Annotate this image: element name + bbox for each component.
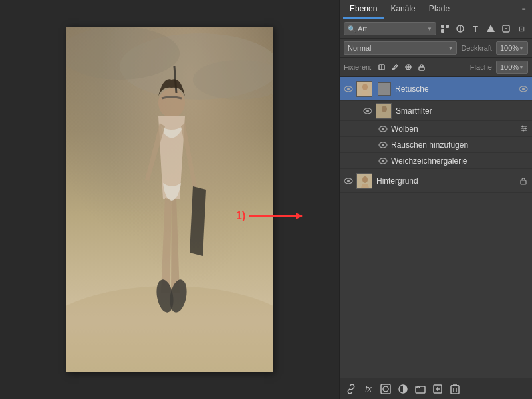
svg-point-27 (522, 88, 525, 90)
svg-point-45 (347, 180, 350, 182)
fix-paint-icon[interactable] (390, 62, 400, 72)
layer-item-hintergrund[interactable]: Hintergrund (340, 169, 532, 193)
visibility-hintergrund[interactable] (343, 176, 354, 186)
layer-name-woelben: Wölben (391, 124, 519, 134)
new-layer-icon[interactable] (432, 383, 444, 395)
panel-menu-button[interactable]: ≡ (519, 5, 529, 14)
adjustment-filter-icon[interactable] (454, 22, 467, 35)
svg-point-39 (523, 129, 525, 131)
panels-area: Ebenen Kanäle Pfade ≡ 🔍 Art ▼ T (339, 0, 532, 399)
layer-name-weichzeichner: Weichzeichnergalerie (391, 156, 529, 166)
main-image (66, 27, 273, 372)
svg-point-37 (522, 125, 524, 127)
layers-panel: Ebenen Kanäle Pfade ≡ 🔍 Art ▼ T (340, 0, 532, 399)
opacity-control: Deckkraft: 100% ▼ (461, 41, 528, 55)
canvas-area: 1) (0, 0, 339, 399)
thumb-smartfilter (376, 103, 392, 119)
svg-point-47 (362, 176, 368, 183)
tab-ebenen[interactable]: Ebenen (343, 0, 384, 19)
visibility-rauschen[interactable] (378, 140, 388, 150)
svg-point-33 (382, 128, 384, 130)
svg-point-43 (382, 160, 384, 162)
tab-kanaele[interactable]: Kanäle (384, 0, 422, 19)
opacity-dropdown-arrow: ▼ (519, 45, 524, 51)
svg-marker-13 (487, 25, 495, 32)
svg-rect-49 (381, 384, 390, 394)
layer-item-rauschen[interactable]: Rauschen hinzufügen (340, 137, 532, 153)
fx-icon[interactable]: fx (362, 383, 374, 395)
opacity-label: Deckkraft: (461, 44, 494, 52)
visibility-weichzeichner[interactable] (378, 156, 388, 166)
hintergrund-lock-icon (518, 176, 529, 186)
layer-item-retusche[interactable]: Retusche (340, 77, 532, 101)
fix-label: Fixieren: (344, 63, 372, 71)
layer-name-hintergrund: Hintergrund (376, 176, 518, 186)
woelben-adjust-icon[interactable] (519, 124, 529, 134)
opacity-value-input[interactable]: 100% ▼ (496, 41, 528, 55)
visibility-woelben[interactable] (378, 124, 388, 134)
layer-name-smartfilter: Smartfilter (396, 106, 529, 116)
fill-control: Fläche: 100% ▼ (470, 61, 528, 74)
fill-label: Fläche: (470, 63, 494, 71)
blend-opacity-row: Normal ▼ Deckkraft: 100% ▼ (340, 39, 532, 58)
blend-mode-select[interactable]: Normal ▼ (344, 41, 457, 55)
tab-pfade[interactable]: Pfade (422, 0, 456, 19)
layer-name-rauschen: Rauschen hinzufügen (391, 140, 529, 150)
svg-point-31 (382, 106, 387, 112)
svg-rect-10 (441, 29, 444, 33)
thumb-retusche (356, 81, 372, 97)
fix-lock-icon[interactable] (416, 62, 427, 72)
layer-view-icon-retusche[interactable] (518, 84, 529, 94)
add-mask-icon[interactable] (380, 383, 392, 395)
svg-rect-9 (446, 25, 449, 28)
blend-mode-value: Normal (348, 44, 371, 52)
shape-filter-icon[interactable] (484, 22, 497, 35)
layer-filter-toolbar: 🔍 Art ▼ T ⊡ (340, 19, 532, 39)
svg-rect-48 (521, 180, 526, 184)
link-layers-icon[interactable] (345, 383, 357, 395)
text-filter-icon[interactable]: T (469, 22, 482, 35)
visibility-smartfilter[interactable] (362, 106, 373, 116)
figure-svg (66, 27, 273, 372)
layer-name-retusche: Retusche (395, 84, 518, 94)
fill-value-text: 100% (500, 63, 519, 71)
fill-value-input[interactable]: 100% ▼ (496, 61, 528, 74)
svg-point-23 (347, 88, 350, 90)
panel-tabs: Ebenen Kanäle Pfade ≡ (340, 0, 532, 19)
svg-rect-8 (441, 25, 444, 28)
search-dropdown-arrow[interactable]: ▼ (427, 26, 432, 32)
thumb-hintergrund (356, 173, 372, 189)
opacity-value-text: 100% (500, 44, 519, 52)
search-text: Art (358, 25, 367, 33)
layer-item-weichzeichner[interactable]: Weichzeichnergalerie (340, 153, 532, 169)
layer-item-smartfilter[interactable]: Smartfilter (340, 101, 532, 121)
svg-point-25 (362, 84, 368, 90)
layer-search-box[interactable]: 🔍 Art ▼ (344, 22, 436, 35)
svg-rect-56 (451, 386, 459, 394)
panel-bottom-toolbar: fx (340, 378, 532, 399)
fill-dropdown-arrow: ▼ (519, 65, 524, 70)
svg-point-38 (525, 127, 527, 129)
mask-thumb-retusche (378, 82, 391, 96)
search-icon: 🔍 (348, 25, 356, 33)
fix-move-icon[interactable] (403, 62, 414, 72)
adjustment-layer-icon[interactable] (397, 383, 409, 395)
pixel-filter-icon[interactable] (438, 22, 452, 35)
fix-position-icon[interactable] (376, 62, 387, 72)
new-group-icon[interactable] (414, 383, 426, 395)
fix-fill-row: Fixieren: Fläche: 100% ▼ (340, 58, 532, 77)
delete-layer-icon[interactable] (449, 383, 461, 395)
extra-filter-icon[interactable]: ⊡ (515, 22, 528, 35)
svg-point-50 (383, 386, 388, 392)
svg-point-29 (366, 110, 369, 112)
svg-point-4 (158, 88, 185, 118)
visibility-retusche[interactable] (343, 84, 354, 94)
layers-list: Retusche Smartfilter (340, 77, 532, 378)
smart-filter-icon-btn[interactable] (499, 22, 513, 35)
svg-point-41 (382, 144, 384, 146)
svg-rect-21 (419, 67, 424, 70)
layer-item-woelben[interactable]: Wölben (340, 121, 532, 137)
blend-dropdown-arrow: ▼ (448, 45, 454, 51)
